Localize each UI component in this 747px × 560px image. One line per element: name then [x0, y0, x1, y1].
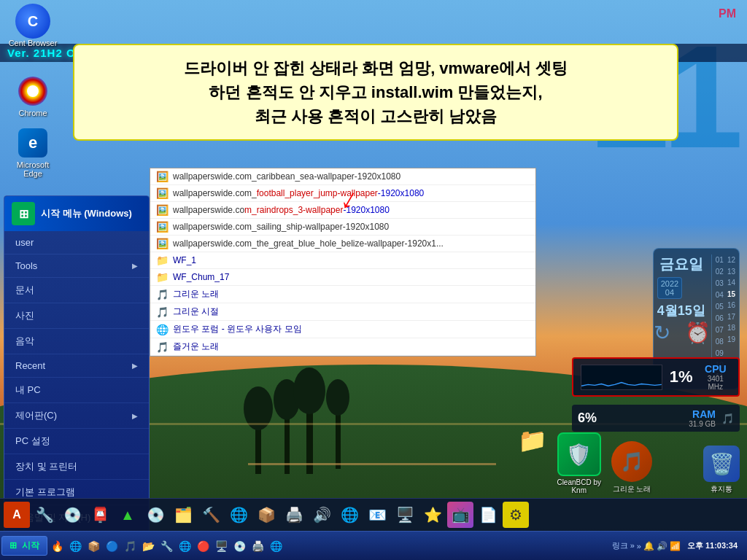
svg-point-7 — [293, 368, 325, 414]
file-item-4[interactable]: 🖼️ wallpaperswide.com_the_great_blue_hol… — [150, 236, 535, 252]
edge-desktop-icon[interactable]: e Microsoft Edge — [4, 125, 62, 182]
clock-icon[interactable]: ⏰ — [685, 321, 711, 345]
recycle-bin-widget[interactable]: 🗑️ 휴지통 — [703, 446, 740, 494]
taskbar-icon-12[interactable]: 🖨️ — [249, 537, 267, 555]
cent-browser-icon-img: C — [15, 4, 50, 39]
app-icon-package[interactable]: 📦 — [253, 502, 279, 528]
app-bar: A 🔧 💿 📮 ▲ 💿 🗂️ 🔨 🌐 📦 🖨️ 🔊 🌐 📧 🖥️ ⭐ 📺 📄 ⚙ — [0, 498, 747, 531]
ram-label: RAM — [692, 408, 716, 420]
notification-banner: 드라이버 안 잡힌 상태라 화면 엄망, vmware에서 셋팅하던 흔적도 안… — [73, 44, 678, 141]
taskbar: ⊞ 시작 🔥 🌐 📦 🔵 🎵 📂 🔧 🌐 🔴 🖥️ 💿 🖨️ 🌐 링크 » » … — [0, 531, 747, 560]
app-icon-speaker[interactable]: 🔊 — [309, 502, 335, 528]
tools-arrow: ▶ — [132, 262, 138, 270]
app-icon-disk[interactable]: 💿 — [59, 502, 85, 528]
file-name-1: wallpaperswide.com_football_player_jump-… — [173, 188, 424, 198]
app-icon-tv[interactable]: 📺 — [447, 502, 473, 528]
start-menu-header: ⊞ 시작 메뉴 (Windows) — [4, 196, 149, 231]
cpu-graph — [581, 365, 662, 390]
file-item-6[interactable]: 📁 WF_Chum_17 — [150, 269, 535, 286]
tray-icon-1[interactable]: 🔔 — [643, 541, 654, 551]
file-name-3: wallpaperswide.com_sailing_ship-wallpape… — [173, 222, 389, 232]
ram-percent: 6% — [578, 411, 597, 425]
date-month-day: 4월15일 — [657, 302, 705, 319]
file-name-4: wallpaperswide.com_the_great_blue_hole_b… — [173, 238, 444, 249]
cent-browser-desktop-icon[interactable]: C Cent Browser — [4, 4, 62, 47]
file-icon-2: 🖼️ — [156, 204, 169, 216]
cpu-label: CPU — [700, 363, 731, 375]
file-icon-8: 🎵 — [156, 306, 169, 318]
cleanbcd-widget[interactable]: 🛡️ CleanBCD byKnm — [557, 432, 601, 494]
app-icon-files[interactable]: 📄 — [475, 502, 501, 528]
file-item-9[interactable]: 🌐 윈도우 포럼 - 윈도우 사용자 모임 — [150, 321, 535, 338]
date-05: 05 — [716, 301, 724, 313]
cent-browser-label: Cent Browser — [9, 39, 58, 47]
app-icon-monitor[interactable]: 🖥️ — [392, 502, 418, 528]
app-icon-email[interactable]: 📧 — [364, 502, 390, 528]
app-icon-tools[interactable]: 🔧 — [31, 502, 58, 528]
refresh-icon[interactable]: ↻ — [654, 321, 670, 345]
taskbar-icon-13[interactable]: 🌐 — [268, 537, 285, 555]
start-menu-item-docs[interactable]: 문서 — [4, 278, 149, 303]
start-menu-item-controlpanel[interactable]: 제어판(C) ▶ — [4, 403, 149, 429]
date-01: 01 — [716, 254, 724, 266]
taskbar-icon-2[interactable]: 🌐 — [67, 537, 85, 555]
taskbar-clock[interactable]: 오후 11:03:34 — [683, 540, 742, 551]
app-icon-hammer[interactable]: 🔨 — [198, 502, 224, 528]
file-item-0[interactable]: 🖼️ wallpaperswide.com_caribbean_sea-wall… — [150, 168, 535, 185]
taskbar-icon-4[interactable]: 🔵 — [104, 537, 121, 555]
chrome-desktop-icon[interactable]: Chrome — [4, 73, 62, 121]
file-icon-9: 🌐 — [156, 324, 169, 335]
app-icon-globe[interactable]: 🌐 — [336, 502, 363, 528]
tray-icon-2[interactable]: 🔊 — [657, 541, 667, 551]
file-icon-6: 📁 — [156, 271, 169, 283]
app-icon-folder[interactable]: 🗂️ — [170, 502, 196, 528]
app-icon-cd[interactable]: 💿 — [142, 502, 169, 528]
chrome-icon — [18, 77, 47, 106]
start-menu-item-music[interactable]: 음악 — [4, 329, 149, 354]
start-menu-item-recent[interactable]: Recent ▶ — [4, 354, 149, 378]
app-icon-triangle[interactable]: ▲ — [115, 502, 141, 528]
ram-icon-area: 🎵 — [721, 413, 734, 424]
ram-percent-box: 6% — [578, 411, 597, 426]
date-02: 02 — [716, 266, 724, 278]
file-item-7[interactable]: 🎵 그리운 노래 — [150, 286, 535, 303]
taskbar-icon-9[interactable]: 🔴 — [195, 537, 212, 555]
app-icon-printer[interactable]: 🖨️ — [281, 502, 307, 528]
taskbar-icon-8[interactable]: 🌐 — [177, 537, 194, 555]
start-menu-item-devices[interactable]: 장치 및 프린터 — [4, 454, 149, 480]
music-label: 그리운 노래 — [613, 484, 651, 494]
app-icon-yellow[interactable]: ⚙ — [503, 502, 529, 528]
tray-icon-network[interactable]: 📶 — [670, 541, 681, 551]
file-item-5[interactable]: 📁 WF_1 — [150, 252, 535, 269]
file-item-8[interactable]: 🎵 그리운 시절 — [150, 303, 535, 321]
svg-rect-8 — [336, 407, 341, 469]
folder-desktop-icon[interactable]: 📁 — [518, 427, 547, 454]
date-08: 08 — [716, 336, 724, 348]
taskbar-icon-10[interactable]: 🖥️ — [213, 537, 231, 555]
file-item-10[interactable]: 🎵 즐거운 노래 — [150, 338, 535, 356]
start-menu-item-mypc[interactable]: 내 PC — [4, 378, 149, 403]
taskbar-icon-3[interactable]: 📦 — [85, 537, 103, 555]
app-icon-A[interactable]: A — [4, 502, 30, 528]
start-menu-item-pcsettings[interactable]: PC 설정 — [4, 429, 149, 454]
app-icon-star[interactable]: ⭐ — [419, 502, 446, 528]
app-icon-mail[interactable]: 📮 — [87, 502, 113, 528]
start-button[interactable]: ⊞ 시작 — [1, 536, 47, 556]
taskbar-icon-7[interactable]: 🔧 — [158, 537, 176, 555]
taskbar-icon-6[interactable]: 📂 — [140, 537, 158, 555]
file-icon-7: 🎵 — [156, 289, 169, 300]
taskbar-icon-5[interactable]: 🎵 — [122, 537, 139, 555]
file-item-3[interactable]: 🖼️ wallpaperswide.com_sailing_ship-wallp… — [150, 219, 535, 236]
music-widget[interactable]: 🎵 그리운 노래 — [611, 441, 652, 494]
start-menu-item-photos[interactable]: 사진 — [4, 303, 149, 329]
file-name-2: wallpaperswide.com_raindrops_3-wallpaper… — [173, 205, 390, 215]
file-name-9: 윈도우 포럼 - 윈도우 사용자 모임 — [173, 323, 302, 335]
app-icon-browser[interactable]: 🌐 — [225, 502, 252, 528]
file-name-5: WF_1 — [173, 255, 196, 265]
tray-expand[interactable]: » — [637, 542, 641, 551]
taskbar-icon-11[interactable]: 💿 — [231, 537, 249, 555]
start-menu-item-tools[interactable]: Tools ▶ — [4, 254, 149, 278]
start-menu-item-user[interactable]: user — [4, 231, 149, 254]
cpu-monitor: 1% CPU 3401 MHz — [572, 357, 740, 397]
taskbar-icon-1[interactable]: 🔥 — [49, 537, 66, 555]
